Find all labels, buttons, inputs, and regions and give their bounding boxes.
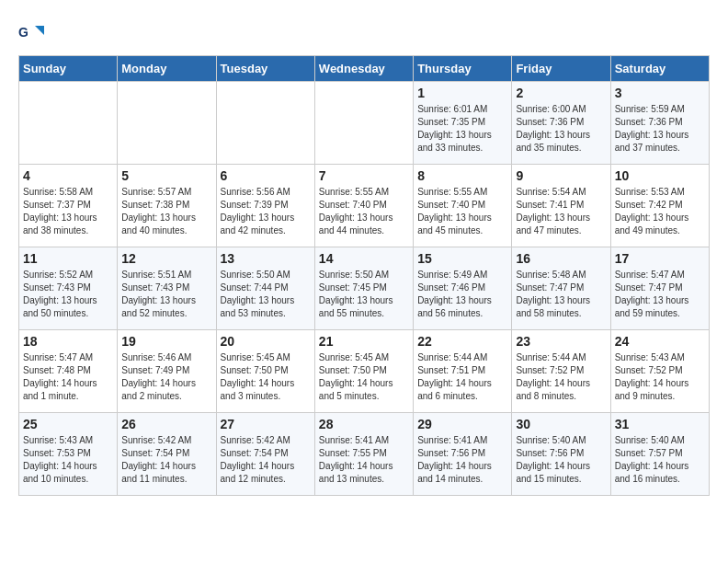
calendar-cell: 24Sunrise: 5:43 AM Sunset: 7:52 PM Dayli… [610,330,709,413]
day-number: 24 [615,334,705,349]
day-info: Sunrise: 5:50 AM Sunset: 7:44 PM Dayligh… [221,269,311,320]
day-info: Sunrise: 6:00 AM Sunset: 7:36 PM Dayligh… [516,103,606,155]
day-info: Sunrise: 5:57 AM Sunset: 7:38 PM Dayligh… [121,186,211,237]
calendar-cell: 22Sunrise: 5:44 AM Sunset: 7:51 PM Dayli… [414,330,512,413]
logo-icon: G [18,18,46,46]
calendar-cell: 12Sunrise: 5:51 AM Sunset: 7:43 PM Dayli… [118,247,216,330]
day-number: 20 [221,334,311,349]
day-number: 29 [417,417,507,431]
day-number: 9 [516,168,606,183]
day-number: 16 [516,251,606,266]
weekday-header-cell: Friday [512,56,610,82]
day-number: 14 [319,251,409,266]
day-number: 10 [615,168,705,183]
day-info: Sunrise: 5:42 AM Sunset: 7:54 PM Dayligh… [121,434,211,486]
day-info: Sunrise: 5:43 AM Sunset: 7:52 PM Dayligh… [615,351,705,403]
day-info: Sunrise: 5:43 AM Sunset: 7:53 PM Dayligh… [23,434,113,486]
calendar-cell: 20Sunrise: 5:45 AM Sunset: 7:50 PM Dayli… [216,330,314,413]
calendar-cell: 3Sunrise: 5:59 AM Sunset: 7:36 PM Daylig… [610,82,709,165]
day-number: 12 [121,251,211,266]
calendar-cell [19,82,118,165]
day-number: 28 [319,417,409,431]
calendar-cell: 26Sunrise: 5:42 AM Sunset: 7:54 PM Dayli… [118,413,216,496]
day-info: Sunrise: 5:45 AM Sunset: 7:50 PM Dayligh… [319,351,409,403]
weekday-header-row: SundayMondayTuesdayWednesdayThursdayFrid… [19,56,710,82]
day-info: Sunrise: 5:58 AM Sunset: 7:37 PM Dayligh… [23,186,113,237]
calendar-cell: 28Sunrise: 5:41 AM Sunset: 7:55 PM Dayli… [314,413,413,496]
calendar-cell: 15Sunrise: 5:49 AM Sunset: 7:46 PM Dayli… [414,247,512,330]
day-number: 17 [615,251,705,266]
calendar-cell: 21Sunrise: 5:45 AM Sunset: 7:50 PM Dayli… [314,330,413,413]
weekday-header-cell: Wednesday [314,56,413,82]
day-number: 15 [417,251,507,266]
day-info: Sunrise: 5:42 AM Sunset: 7:54 PM Dayligh… [221,434,311,486]
day-info: Sunrise: 5:40 AM Sunset: 7:56 PM Dayligh… [516,434,606,486]
day-info: Sunrise: 5:52 AM Sunset: 7:43 PM Dayligh… [23,269,113,320]
calendar-cell: 2Sunrise: 6:00 AM Sunset: 7:36 PM Daylig… [512,82,610,165]
day-info: Sunrise: 5:47 AM Sunset: 7:47 PM Dayligh… [615,269,705,320]
day-info: Sunrise: 5:47 AM Sunset: 7:48 PM Dayligh… [23,351,113,403]
weekday-header-cell: Monday [118,56,216,82]
calendar-cell: 31Sunrise: 5:40 AM Sunset: 7:57 PM Dayli… [610,413,709,496]
calendar-cell: 17Sunrise: 5:47 AM Sunset: 7:47 PM Dayli… [610,247,709,330]
day-number: 30 [516,417,606,431]
calendar-cell: 7Sunrise: 5:55 AM Sunset: 7:40 PM Daylig… [314,165,413,247]
day-info: Sunrise: 5:45 AM Sunset: 7:50 PM Dayligh… [221,351,311,403]
day-info: Sunrise: 5:50 AM Sunset: 7:45 PM Dayligh… [319,269,409,320]
weekday-header-cell: Tuesday [216,56,314,82]
day-info: Sunrise: 5:49 AM Sunset: 7:46 PM Dayligh… [417,269,507,320]
calendar-cell: 19Sunrise: 5:46 AM Sunset: 7:49 PM Dayli… [118,330,216,413]
calendar-cell: 30Sunrise: 5:40 AM Sunset: 7:56 PM Dayli… [512,413,610,496]
calendar-cell [314,82,413,165]
day-info: Sunrise: 5:41 AM Sunset: 7:55 PM Dayligh… [319,434,409,486]
day-info: Sunrise: 5:44 AM Sunset: 7:51 PM Dayligh… [417,351,507,403]
calendar-cell [216,82,314,165]
calendar-cell: 25Sunrise: 5:43 AM Sunset: 7:53 PM Dayli… [19,413,118,496]
calendar-table: SundayMondayTuesdayWednesdayThursdayFrid… [18,55,710,496]
day-number: 22 [417,334,507,349]
day-info: Sunrise: 5:54 AM Sunset: 7:41 PM Dayligh… [516,186,606,237]
day-info: Sunrise: 5:59 AM Sunset: 7:36 PM Dayligh… [615,103,705,155]
day-number: 31 [615,417,705,431]
day-number: 2 [516,86,606,100]
day-number: 3 [615,86,705,100]
day-number: 8 [417,168,507,183]
day-number: 1 [417,86,507,100]
day-info: Sunrise: 5:55 AM Sunset: 7:40 PM Dayligh… [417,186,507,237]
calendar-cell: 27Sunrise: 5:42 AM Sunset: 7:54 PM Dayli… [216,413,314,496]
day-info: Sunrise: 5:53 AM Sunset: 7:42 PM Dayligh… [615,186,705,237]
calendar-cell: 4Sunrise: 5:58 AM Sunset: 7:37 PM Daylig… [19,165,118,247]
day-info: Sunrise: 5:48 AM Sunset: 7:47 PM Dayligh… [516,269,606,320]
calendar-cell: 6Sunrise: 5:56 AM Sunset: 7:39 PM Daylig… [216,165,314,247]
calendar-week-row: 1Sunrise: 6:01 AM Sunset: 7:35 PM Daylig… [19,82,710,165]
day-number: 13 [221,251,311,266]
day-info: Sunrise: 5:55 AM Sunset: 7:40 PM Dayligh… [319,186,409,237]
svg-text:G: G [18,25,28,40]
day-info: Sunrise: 5:44 AM Sunset: 7:52 PM Dayligh… [516,351,606,403]
day-number: 26 [121,417,211,431]
calendar-cell: 10Sunrise: 5:53 AM Sunset: 7:42 PM Dayli… [610,165,709,247]
calendar-week-row: 4Sunrise: 5:58 AM Sunset: 7:37 PM Daylig… [19,165,710,247]
calendar-cell: 18Sunrise: 5:47 AM Sunset: 7:48 PM Dayli… [19,330,118,413]
calendar-week-row: 25Sunrise: 5:43 AM Sunset: 7:53 PM Dayli… [19,413,710,496]
day-number: 19 [121,334,211,349]
day-number: 4 [23,168,113,183]
calendar-cell: 11Sunrise: 5:52 AM Sunset: 7:43 PM Dayli… [19,247,118,330]
calendar-week-row: 18Sunrise: 5:47 AM Sunset: 7:48 PM Dayli… [19,330,710,413]
day-info: Sunrise: 5:56 AM Sunset: 7:39 PM Dayligh… [221,186,311,237]
calendar-cell: 23Sunrise: 5:44 AM Sunset: 7:52 PM Dayli… [512,330,610,413]
calendar-cell: 1Sunrise: 6:01 AM Sunset: 7:35 PM Daylig… [414,82,512,165]
svg-marker-1 [35,26,44,35]
calendar-cell: 13Sunrise: 5:50 AM Sunset: 7:44 PM Dayli… [216,247,314,330]
day-number: 21 [319,334,409,349]
logo: G [18,18,50,46]
calendar-cell [118,82,216,165]
day-number: 23 [516,334,606,349]
day-info: Sunrise: 5:41 AM Sunset: 7:56 PM Dayligh… [417,434,507,486]
calendar-cell: 16Sunrise: 5:48 AM Sunset: 7:47 PM Dayli… [512,247,610,330]
day-number: 6 [221,168,311,183]
day-number: 7 [319,168,409,183]
weekday-header-cell: Thursday [414,56,512,82]
day-number: 11 [23,251,113,266]
calendar-week-row: 11Sunrise: 5:52 AM Sunset: 7:43 PM Dayli… [19,247,710,330]
